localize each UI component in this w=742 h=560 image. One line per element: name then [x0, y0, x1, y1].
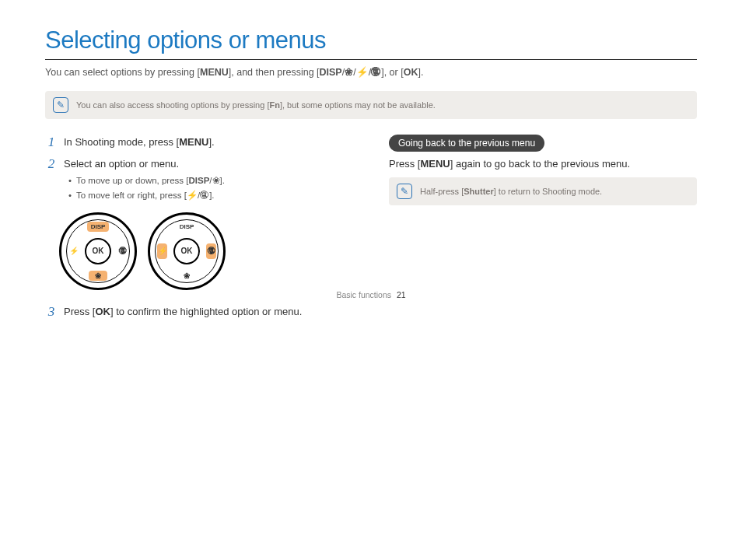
bullet-item: To move up or down, press [DISP/❀].	[68, 174, 353, 187]
key-shutter: Shutter	[464, 187, 494, 196]
step-body: Press [OK] to confirm the highlighted op…	[64, 304, 353, 320]
intro-seg: You can select options by pressing [	[45, 67, 200, 78]
step-body: In Shooting mode, press [MENU].	[64, 135, 353, 150]
bullet-item: To move left or right, press [⚡/🕲].	[68, 189, 353, 202]
bullet-seg: To move left or right, press [	[76, 191, 187, 200]
intro-seg: ], or [	[381, 67, 403, 78]
ok-button: OK	[173, 238, 200, 264]
disp-button: DISP	[176, 222, 198, 232]
key-menu: MENU	[420, 158, 450, 170]
macro-icon: ❀	[345, 67, 353, 78]
timer-icon: 🕲	[208, 247, 215, 255]
step-seg: ] to confirm the highlighted option or m…	[110, 306, 302, 317]
timer-icon: 🕲	[200, 191, 209, 200]
flash-icon: ⚡	[356, 67, 369, 78]
note-seg: ], but some options may not be available…	[280, 100, 436, 110]
bullet-seg: To move up or down, press [	[76, 176, 188, 185]
step-2: 2 Select an option or menu. To move up o…	[45, 156, 353, 205]
note-box: ✎ Half-press [Shutter] to return to Shoo…	[389, 177, 697, 205]
right-seg: ] again to go back to the previous menu.	[450, 158, 630, 170]
macro-icon: ❀	[95, 271, 101, 280]
flash-button: ⚡	[157, 243, 167, 259]
macro-icon: ❀	[212, 176, 220, 185]
title-rule	[45, 59, 697, 60]
key-disp: DISP	[320, 67, 342, 78]
flash-button: ⚡	[68, 243, 79, 259]
macro-icon: ❀	[184, 271, 190, 280]
bullet-seg: ].	[209, 191, 214, 200]
intro-seg: ].	[418, 67, 423, 78]
timer-button: 🕲	[117, 243, 128, 259]
flash-icon: ⚡	[69, 247, 79, 255]
timer-button: 🕲	[206, 243, 216, 259]
step-1: 1 In Shooting mode, press [MENU].	[45, 135, 353, 150]
right-text: Press [MENU] again to go back to the pre…	[389, 158, 697, 170]
macro-button: ❀	[177, 271, 196, 281]
key-disp: DISP	[189, 176, 210, 185]
flash-icon: ⚡	[187, 191, 198, 200]
step-3: 3 Press [OK] to confirm the highlighted …	[45, 304, 353, 320]
dial-left: DISP ❀ ⚡ 🕲 OK	[59, 212, 137, 290]
intro-seg: ], and then pressing [	[229, 67, 320, 78]
macro-button: ❀	[89, 271, 107, 281]
key-menu: MENU	[179, 136, 208, 148]
step-bullets: To move up or down, press [DISP/❀]. To m…	[68, 174, 353, 203]
note-seg: You can also access shooting options by …	[76, 100, 269, 110]
flash-icon: ⚡	[158, 247, 167, 255]
footer-page: 21	[397, 290, 406, 299]
timer-icon: 🕲	[371, 67, 381, 78]
step-seg: In Shooting mode, press [	[64, 136, 179, 148]
step-seg: Select an option or menu.	[64, 158, 179, 170]
note-text: Half-press [Shutter] to return to Shooti…	[420, 187, 602, 196]
step-number: 1	[45, 135, 58, 150]
note-seg: ] to return to Shooting mode.	[494, 187, 602, 196]
note-box: ✎ You can also access shooting options b…	[45, 91, 697, 119]
step-seg: ].	[208, 136, 214, 148]
step-seg: Press [	[64, 306, 95, 317]
page-title: Selecting options or menus	[45, 26, 697, 54]
key-menu: MENU	[200, 67, 229, 78]
page-footer: Basic functions 21	[0, 290, 742, 299]
right-seg: Press [	[389, 158, 420, 170]
ok-button: OK	[85, 238, 111, 264]
disp-button: DISP	[87, 222, 109, 232]
dials-illustration: DISP ❀ ⚡ 🕲 OK DISP ❀ ⚡ 🕲 OK	[59, 212, 353, 290]
key-ok: OK	[95, 306, 110, 317]
step-number: 3	[45, 304, 58, 320]
subheading-pill: Going back to the previous menu	[389, 135, 544, 152]
key-fn: Fn	[269, 100, 279, 110]
step-body: Select an option or menu. To move up or …	[64, 156, 353, 205]
footer-section: Basic functions	[336, 290, 391, 299]
note-text: You can also access shooting options by …	[76, 100, 436, 110]
timer-icon: 🕲	[119, 247, 127, 255]
bullet-seg: ].	[220, 176, 225, 185]
key-ok: OK	[404, 67, 418, 78]
note-icon: ✎	[53, 97, 68, 113]
note-seg: Half-press [	[420, 187, 464, 196]
note-icon: ✎	[397, 184, 412, 199]
step-number: 2	[45, 156, 58, 205]
dial-right: DISP ❀ ⚡ 🕲 OK	[148, 212, 226, 290]
intro-text: You can select options by pressing [MENU…	[45, 66, 697, 80]
